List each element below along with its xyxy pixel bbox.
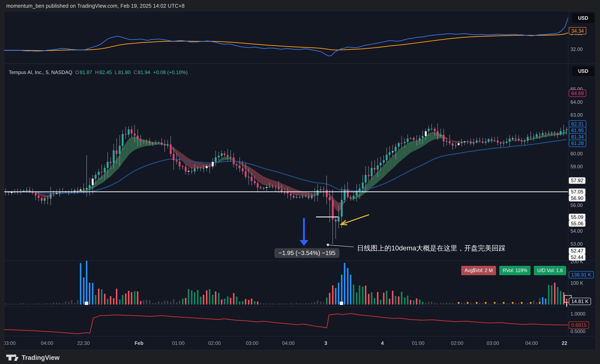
- time-axis-label: 02:00: [208, 340, 221, 346]
- open-label: O: [75, 69, 79, 75]
- time-axis-label: 22: [562, 340, 567, 346]
- time-axis-label: 01:00: [412, 340, 424, 346]
- footer-brand[interactable]: TradingView: [22, 354, 59, 362]
- price-axis-label: 59.00: [571, 164, 583, 169]
- indicator-value-badge: 0.6815: [569, 321, 589, 329]
- drawing-price-badge: 52.47: [569, 248, 585, 254]
- high-label: H: [95, 69, 99, 75]
- price-axis-label: 1.0000: [571, 311, 585, 317]
- price-axis-label: 53.00: [571, 241, 583, 247]
- time-axis-label: 04:00: [41, 340, 53, 346]
- drawing-price-badge: 56.90: [569, 195, 585, 201]
- drawing-price-badge: 57.92: [569, 177, 585, 184]
- ratio-indicator-line: [4, 313, 568, 334]
- volume-last-badge: 14.81 K: [569, 298, 591, 305]
- time-axis-label: 01:00: [172, 340, 185, 346]
- time-axis-label: 22:30: [77, 340, 90, 346]
- price-axis-label: 54.00: [571, 228, 583, 234]
- time-axis-label: 02:00: [451, 340, 463, 346]
- close-value: 81.94: [138, 69, 150, 75]
- volume-value-badge: 138.91 K: [569, 271, 594, 278]
- time-axis-label: 04:00: [282, 340, 295, 346]
- symbol-ohlc-bar[interactable]: Tempus AI, Inc., 5, NASDAQO81.87H82.45L8…: [9, 69, 188, 75]
- indicator-price-badge: 61.95: [569, 127, 586, 134]
- last-price-badge-overview: 34.34: [569, 27, 586, 35]
- price-axis-label: 60.00: [571, 151, 583, 157]
- change-value: +0.08 (+0.10%): [153, 69, 188, 75]
- drawing-price-badge: 57.05: [569, 188, 585, 195]
- time-axis-label: 04:00: [525, 340, 538, 346]
- candlesticks: [5, 123, 568, 244]
- marked-price-badge: 64.69: [569, 90, 586, 97]
- publish-header: momentum_ben published on TradingView.co…: [6, 3, 185, 9]
- volume-stat-badge: Avg$Vol: 2 M: [461, 266, 496, 275]
- low-value: 81.80: [118, 69, 131, 75]
- currency-button-top[interactable]: USD: [572, 13, 594, 23]
- time-axis-label: 03:00: [4, 340, 16, 346]
- price-axis-label: 64.00: [571, 99, 583, 105]
- drawing-annotations[interactable]: [300, 215, 369, 247]
- indicator-price-badge: 61.34: [569, 133, 586, 140]
- indicator-price-badge: 62.31: [569, 120, 586, 128]
- high-value: 82.45: [99, 69, 112, 75]
- drawing-price-badge: 55.09: [569, 214, 585, 220]
- overview-line-chart: [4, 18, 568, 56]
- chart-container[interactable]: Tempus AI, Inc., 5, NASDAQO81.87H82.45L8…: [4, 11, 596, 350]
- tradingview-logo-icon[interactable]: [6, 354, 19, 362]
- price-axis-label: 32.00: [571, 47, 583, 52]
- currency-button-main[interactable]: USD: [572, 66, 594, 76]
- footer-bar: TradingView: [0, 352, 600, 364]
- time-axis-label: 03:00: [246, 340, 258, 346]
- gridlines: [4, 34, 568, 331]
- volume-stat-badges: Avg$Vol: 2 MRVol: 119%U/D Vol: 1.6: [461, 266, 566, 275]
- volume-markers: [85, 295, 571, 307]
- volume-stat-badge: U/D Vol: 1.6: [534, 266, 566, 275]
- time-axis-label: 4: [381, 340, 384, 346]
- chart-canvas[interactable]: [4, 11, 596, 350]
- time-axis-label: 03:00: [487, 340, 499, 346]
- time-axis-label: Feb: [135, 340, 144, 346]
- price-axis-label: 0.5000: [571, 329, 585, 334]
- low-label: L: [115, 69, 118, 75]
- drawing-price-badge: 55.06: [569, 220, 585, 227]
- drawing-price-badge: 52.44: [569, 254, 585, 261]
- time-axis-label: 3: [324, 340, 327, 346]
- volume-stat-badge: RVol: 119%: [499, 266, 531, 275]
- measure-tooltip[interactable]: −1.95 (−3.54%) −195: [274, 248, 339, 258]
- price-axis-label: 56.00: [571, 203, 583, 208]
- open-value: 81.87: [80, 69, 92, 75]
- price-axis-label: 63.00: [571, 112, 583, 118]
- close-label: C: [134, 69, 137, 75]
- indicator-price-badge: 61.28: [569, 140, 586, 147]
- price-axis-label: 100 K: [571, 280, 583, 286]
- symbol-title: Tempus AI, Inc., 5, NASDAQ: [9, 69, 72, 75]
- annotation-note[interactable]: 日线图上的10dema大概是在这里，开盘完美回踩: [357, 243, 505, 253]
